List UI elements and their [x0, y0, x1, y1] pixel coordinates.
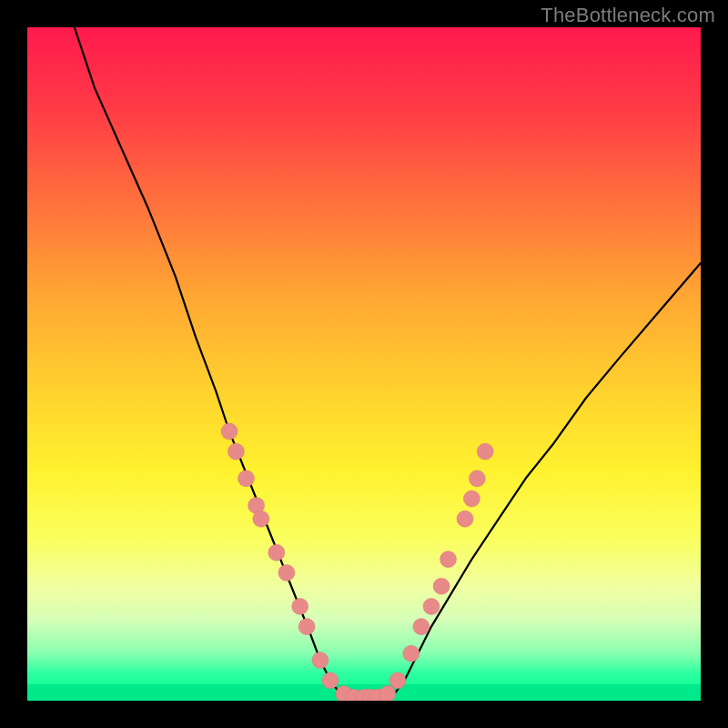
watermark-text: TheBottleneck.com [541, 4, 715, 27]
data-dots [221, 423, 493, 701]
data-dot [477, 443, 493, 460]
data-dot [440, 551, 457, 568]
data-dot [403, 645, 420, 662]
bottom-green-band [27, 684, 701, 701]
data-dot [413, 619, 430, 635]
plot-area [27, 27, 701, 701]
data-dot [253, 511, 269, 527]
data-dot [268, 544, 285, 561]
data-dot [221, 423, 238, 440]
data-dot [248, 497, 265, 513]
data-dot [292, 598, 308, 614]
chart-frame: TheBottleneck.com [0, 0, 728, 728]
chart-overlay [27, 27, 701, 701]
data-dot [423, 598, 440, 614]
data-dot [457, 511, 473, 527]
data-dot [433, 578, 450, 594]
data-dot [228, 443, 244, 460]
data-dot [298, 619, 315, 635]
data-dot [463, 490, 480, 507]
data-dot [312, 652, 329, 669]
data-dot [278, 564, 295, 581]
data-dot [469, 470, 485, 487]
bottleneck-curve [75, 27, 701, 701]
data-dot [238, 470, 255, 487]
